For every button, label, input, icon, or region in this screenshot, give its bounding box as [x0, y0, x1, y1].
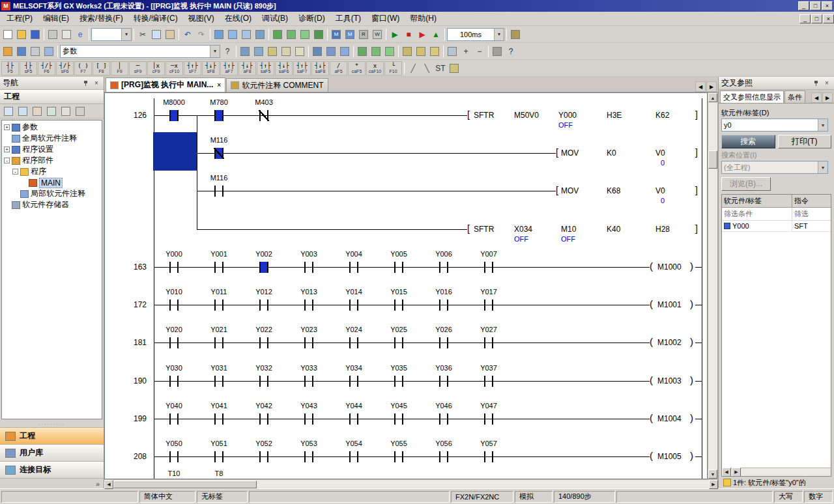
- scroll-up-icon[interactable]: ▲: [708, 93, 717, 102]
- window-select-combo-arrow-icon[interactable]: ▾: [210, 46, 220, 57]
- open-contact-button[interactable]: ┤├F5: [1, 61, 19, 76]
- simulation-start-icon[interactable]: ▶: [416, 28, 429, 41]
- contact-bar[interactable]: [267, 451, 268, 462]
- contact-bar[interactable]: [447, 413, 448, 425]
- simulation-stop-icon[interactable]: ▲: [429, 28, 442, 41]
- contact-bar[interactable]: [259, 413, 261, 425]
- delete-vertical-line-button[interactable]: │xcF9: [147, 61, 165, 76]
- save-project-icon[interactable]: [29, 28, 42, 41]
- falling-pulse-or-button[interactable]: ┤↓├aF8: [238, 61, 256, 76]
- print-icon[interactable]: [46, 28, 59, 41]
- monitor-write-mode-icon[interactable]: M: [343, 28, 356, 41]
- nav-expand-all-icon[interactable]: [45, 105, 58, 118]
- read-mode-icon[interactable]: R: [357, 28, 370, 41]
- contact-bar[interactable]: [304, 451, 306, 462]
- cut-icon[interactable]: ✂: [136, 28, 149, 41]
- cross-reference-icon[interactable]: [238, 45, 252, 58]
- xref-table-row[interactable]: Y000SFT: [722, 221, 831, 232]
- element-selection-icon[interactable]: [15, 45, 28, 58]
- horizontal-scrollbar[interactable]: ◀ ▶: [104, 479, 718, 488]
- xref-hscrollbar[interactable]: ◀ ▶: [722, 468, 831, 476]
- delete-horizontal-line-button[interactable]: ─xcF10: [165, 61, 183, 76]
- falling-pulse-close-button[interactable]: ┤↓├saF6: [275, 61, 293, 76]
- contact-bar[interactable]: [177, 300, 179, 311]
- combo-arrow-icon[interactable]: ▾: [818, 161, 827, 173]
- vertical-scroll-thumb[interactable]: [708, 150, 717, 169]
- tree-expander-icon[interactable]: -: [4, 158, 10, 163]
- contact-bar[interactable]: [394, 262, 395, 273]
- xref-column-header[interactable]: 软元件/标签: [722, 195, 792, 208]
- zoom-out-icon[interactable]: −: [473, 45, 486, 58]
- contact-bar[interactable]: [349, 451, 351, 462]
- tab-xref-info[interactable]: 交叉参照信息显示: [720, 91, 784, 103]
- tab-close-icon[interactable]: ×: [217, 81, 221, 89]
- comment-edit-icon[interactable]: [448, 62, 461, 75]
- tree-expander-icon[interactable]: +: [4, 147, 10, 152]
- statement-icon[interactable]: [280, 45, 293, 58]
- falling-pulse-button[interactable]: ┤↓├sF8: [202, 61, 220, 76]
- delete-edge-button[interactable]: xcaF10: [366, 61, 384, 76]
- contact-bar[interactable]: [177, 110, 179, 121]
- window-help-icon[interactable]: ?: [221, 45, 234, 58]
- options-icon[interactable]: [491, 45, 504, 58]
- xref-filter-cell[interactable]: 筛选: [792, 208, 831, 221]
- write-mode-icon[interactable]: W: [371, 28, 384, 41]
- rising-pulse-button[interactable]: ┤↑├sF7: [184, 61, 201, 76]
- contact-bar[interactable]: [214, 413, 216, 425]
- monitor-stop-icon[interactable]: ■: [402, 28, 415, 41]
- contact-bar[interactable]: [259, 337, 261, 348]
- tree-item-global-device-comment[interactable]: 全局软元件注释: [2, 133, 102, 144]
- contact-bar[interactable]: [357, 413, 358, 425]
- menu-edit[interactable]: 编辑(E): [38, 12, 74, 25]
- contact-bar[interactable]: [484, 451, 485, 462]
- scroll-right-icon[interactable]: ▶: [709, 480, 718, 489]
- search-button[interactable]: 搜索: [721, 135, 775, 148]
- nav-button-user-library[interactable]: 用户库: [0, 444, 104, 461]
- contact-bar[interactable]: [402, 262, 403, 273]
- minimize-button[interactable]: _: [799, 14, 811, 23]
- contact-bar[interactable]: [222, 376, 223, 387]
- contact-bar[interactable]: [394, 337, 395, 348]
- entry-data-monitor-icon[interactable]: [285, 28, 298, 41]
- xref-tab-scroll-left-icon[interactable]: ◀: [811, 92, 822, 103]
- contact-bar[interactable]: [349, 413, 351, 425]
- rising-pulse-close-or-button[interactable]: ┤↑├saF7: [293, 61, 311, 76]
- zoom-in-icon[interactable]: +: [459, 45, 472, 58]
- tab-condition[interactable]: 条件: [784, 91, 805, 103]
- contact-bar[interactable]: [402, 300, 403, 311]
- vertical-line-button[interactable]: │F9: [111, 61, 128, 76]
- search-location-combo[interactable]: (全工程) ▾: [721, 161, 828, 174]
- contact-bar[interactable]: [484, 337, 485, 348]
- statement-display-icon[interactable]: [414, 45, 427, 58]
- rising-pulse-or-button[interactable]: ┤↑├aF7: [220, 61, 238, 76]
- contact-bar[interactable]: [177, 262, 179, 273]
- ladder-cursor[interactable]: [153, 132, 197, 171]
- restore-button[interactable]: □: [811, 14, 822, 23]
- contact-bar[interactable]: [439, 376, 440, 387]
- contact-bar[interactable]: [357, 262, 358, 273]
- contact-bar[interactable]: [447, 300, 448, 311]
- tree-expander-icon[interactable]: +: [4, 124, 10, 130]
- melsoft-e-icon[interactable]: e: [74, 28, 87, 41]
- vertical-scrollbar[interactable]: ▲ ▼: [708, 92, 718, 479]
- more-views-icon[interactable]: »: [96, 480, 100, 488]
- new-project-icon[interactable]: [1, 28, 14, 41]
- contact-bar[interactable]: [484, 413, 485, 425]
- buffer-memory-monitor-icon[interactable]: [298, 28, 311, 41]
- menu-help[interactable]: 帮助(H): [405, 12, 442, 25]
- contact-bar[interactable]: [222, 451, 223, 462]
- contact-bar[interactable]: [357, 376, 358, 387]
- contact-bar[interactable]: [492, 451, 493, 462]
- tree-item-pou[interactable]: -程序部件: [2, 155, 102, 166]
- parameter-setting-icon[interactable]: [311, 45, 324, 58]
- close-icon[interactable]: ×: [92, 79, 101, 88]
- contact-bar[interactable]: [222, 337, 223, 348]
- toolbar-combo-arrow-icon[interactable]: ▾: [121, 29, 131, 40]
- rising-pulse-close-button[interactable]: ┤↑├saF5: [257, 61, 274, 76]
- contact-bar[interactable]: [484, 376, 485, 387]
- watch-window-icon[interactable]: [42, 45, 55, 58]
- contact-bar[interactable]: [492, 376, 493, 387]
- contact-bar[interactable]: [402, 376, 403, 387]
- window-select-combo[interactable]: 参数▾: [60, 45, 220, 58]
- scroll-left-icon[interactable]: ◀: [104, 480, 113, 489]
